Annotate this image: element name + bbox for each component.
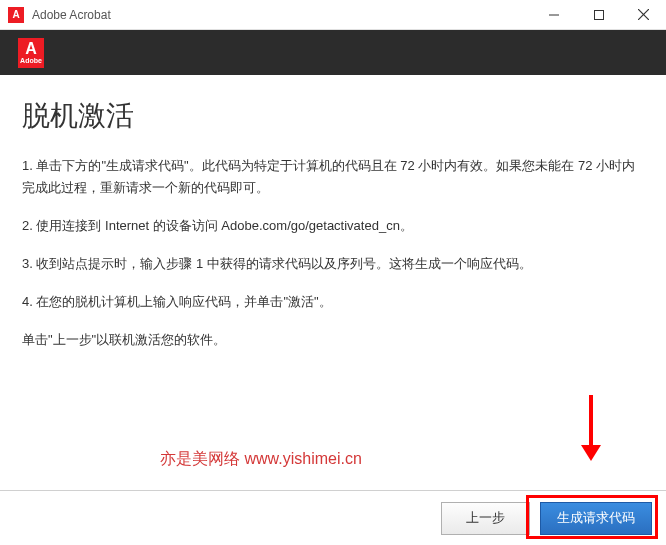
titlebar: A Adobe Acrobat — [0, 0, 666, 30]
generate-request-code-button[interactable]: 生成请求代码 — [540, 502, 652, 535]
watermark-text: 亦是美网络 www.yishimei.cn — [160, 449, 362, 470]
instruction-step-3: 3. 收到站点提示时，输入步骤 1 中获得的请求代码以及序列号。这将生成一个响应… — [22, 253, 644, 275]
arrow-annotation — [576, 395, 606, 465]
window-controls — [531, 0, 666, 29]
back-button[interactable]: 上一步 — [441, 502, 530, 535]
adobe-logo: A Adobe — [18, 38, 44, 68]
window-title: Adobe Acrobat — [32, 8, 531, 22]
instruction-step-2: 2. 使用连接到 Internet 的设备访问 Adobe.com/go/get… — [22, 215, 644, 237]
svg-rect-1 — [594, 10, 603, 19]
maximize-button[interactable] — [576, 0, 621, 29]
minimize-button[interactable] — [531, 0, 576, 29]
instruction-note: 单击"上一步"以联机激活您的软件。 — [22, 329, 644, 351]
main-content: 脱机激活 1. 单击下方的"生成请求代码"。此代码为特定于计算机的代码且在 72… — [0, 75, 666, 378]
instruction-step-1: 1. 单击下方的"生成请求代码"。此代码为特定于计算机的代码且在 72 小时内有… — [22, 155, 644, 199]
app-icon: A — [8, 7, 24, 23]
page-title: 脱机激活 — [22, 97, 644, 135]
instruction-step-4: 4. 在您的脱机计算机上输入响应代码，并单击"激活"。 — [22, 291, 644, 313]
close-button[interactable] — [621, 0, 666, 29]
footer-bar: 上一步 生成请求代码 — [0, 490, 666, 545]
header-strip: A Adobe — [0, 30, 666, 75]
